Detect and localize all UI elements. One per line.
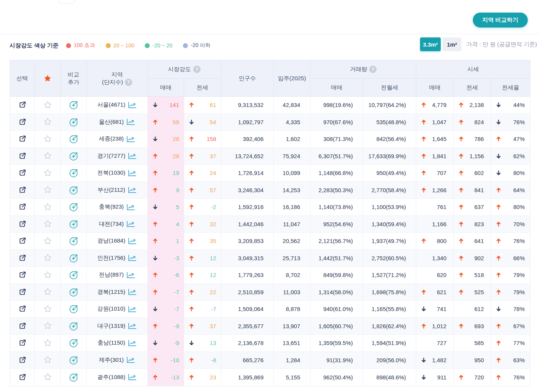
region-link[interactable]: 경기(7277) — [97, 152, 125, 160]
open-region-button[interactable] — [10, 318, 35, 335]
open-region-button[interactable] — [10, 216, 35, 233]
compare-add-button[interactable] — [61, 335, 87, 352]
price-chart-icon[interactable] — [128, 254, 137, 261]
region-link[interactable]: 강원(1010) — [97, 305, 125, 313]
price-chart-icon[interactable] — [126, 272, 135, 279]
region-link[interactable]: 인천(1756) — [97, 254, 125, 262]
movein-value: 20,562 — [283, 238, 300, 244]
region-link[interactable]: 충남(1150) — [97, 339, 125, 347]
price-chart-icon[interactable] — [128, 186, 137, 193]
favorite-star-button[interactable] — [35, 97, 61, 113]
price-chart-icon[interactable] — [126, 204, 135, 211]
compare-add-button[interactable] — [61, 114, 87, 131]
region-link[interactable]: 제주(301) — [99, 356, 124, 364]
open-region-button[interactable] — [10, 199, 35, 215]
region-link[interactable]: 부산(2112) — [97, 186, 125, 194]
favorite-star-button[interactable] — [35, 182, 61, 199]
help-icon[interactable]: ? — [369, 66, 377, 73]
compare-add-button[interactable] — [61, 216, 87, 233]
compare-add-button[interactable] — [61, 267, 87, 283]
down-arrow-icon — [152, 306, 158, 312]
compare-add-button[interactable] — [61, 131, 87, 147]
favorite-star-button[interactable] — [35, 131, 61, 147]
compare-add-button[interactable] — [61, 97, 87, 113]
region-link[interactable]: 울산(681) — [99, 118, 124, 126]
open-region-button[interactable] — [10, 148, 35, 165]
region-link[interactable]: 대전(734) — [99, 220, 124, 228]
unit-1sqm-button[interactable]: 1m² — [443, 37, 461, 51]
price-chart-icon[interactable] — [128, 288, 137, 295]
compare-add-button[interactable] — [61, 182, 87, 199]
price-jeonse-cell: 693 — [454, 318, 491, 335]
volume-sale-value: 849(59.8%) — [323, 272, 353, 278]
price-chart-icon[interactable] — [126, 118, 135, 125]
compare-add-button[interactable] — [61, 165, 87, 181]
favorite-star-button[interactable] — [35, 335, 61, 352]
price-chart-icon[interactable] — [128, 306, 137, 313]
open-region-button[interactable] — [10, 335, 35, 352]
open-region-button[interactable] — [10, 301, 35, 317]
open-region-button[interactable] — [10, 97, 35, 113]
unit-3-3sqm-button[interactable]: 3.3m² — [420, 37, 441, 51]
movein-value: 25,713 — [283, 255, 300, 261]
compare-add-button[interactable] — [61, 250, 87, 267]
region-link[interactable]: 전북(1030) — [97, 169, 125, 177]
region-link[interactable]: 전남(897) — [99, 271, 124, 279]
help-icon[interactable]: ? — [125, 79, 132, 86]
price-chart-icon[interactable] — [126, 220, 135, 227]
region-link[interactable]: 충북(923) — [99, 203, 124, 211]
region-compare-button[interactable]: 지역 비교하기 — [473, 13, 528, 28]
volume-jeonwolse-cell: 1,527(71.2%) — [363, 267, 416, 283]
volume-sale-cell: 308(71.3%) — [310, 131, 363, 147]
help-icon[interactable]: ? — [193, 66, 200, 73]
price-chart-icon[interactable] — [128, 152, 137, 159]
compare-add-button[interactable] — [61, 233, 87, 249]
region-link[interactable]: 세종(238) — [99, 135, 124, 143]
favorite-star-button[interactable] — [35, 267, 61, 283]
favorite-star-button[interactable] — [35, 216, 61, 233]
price-chart-icon[interactable] — [128, 322, 137, 329]
open-region-button[interactable] — [10, 267, 35, 283]
favorite-star-button[interactable] — [35, 199, 61, 215]
price-chart-icon[interactable] — [128, 238, 137, 245]
favorite-star-button[interactable] — [35, 165, 61, 181]
compare-add-button[interactable] — [61, 369, 87, 386]
region-link[interactable]: 서울(4671) — [97, 101, 125, 109]
region-link[interactable]: 경남(1684) — [97, 237, 125, 245]
compare-add-button[interactable] — [61, 352, 87, 369]
compare-add-button[interactable] — [61, 318, 87, 335]
region-link[interactable]: 대구(1319) — [97, 322, 125, 330]
price-chart-icon[interactable] — [126, 356, 135, 363]
open-region-button[interactable] — [10, 131, 35, 147]
price-chart-icon[interactable] — [128, 374, 137, 381]
favorite-star-button[interactable] — [35, 352, 61, 369]
favorite-star-button[interactable] — [35, 114, 61, 131]
favorite-star-button[interactable] — [35, 148, 61, 165]
favorite-star-button[interactable] — [35, 250, 61, 267]
price-chart-icon[interactable] — [126, 136, 135, 143]
open-region-button[interactable] — [10, 284, 35, 301]
favorite-star-button[interactable] — [35, 301, 61, 317]
favorite-star-button[interactable] — [35, 284, 61, 301]
compare-add-button[interactable] — [61, 284, 87, 301]
price-chart-icon[interactable] — [128, 102, 137, 109]
favorite-star-button[interactable] — [35, 233, 61, 249]
volume-sale-cell: 2,121(56.7%) — [310, 233, 363, 249]
favorite-star-button[interactable] — [35, 369, 61, 386]
open-region-button[interactable] — [10, 182, 35, 199]
open-region-button[interactable] — [10, 250, 35, 267]
region-link[interactable]: 광주(1088) — [97, 374, 125, 381]
compare-add-button[interactable] — [61, 199, 87, 215]
open-region-button[interactable] — [10, 369, 35, 386]
region-link[interactable]: 경북(1215) — [97, 288, 125, 296]
open-region-button[interactable] — [10, 114, 35, 131]
open-region-button[interactable] — [10, 352, 35, 369]
compare-add-button[interactable] — [61, 148, 87, 165]
price-chart-icon[interactable] — [128, 340, 137, 347]
favorite-star-button[interactable] — [35, 318, 61, 335]
open-region-button[interactable] — [10, 233, 35, 249]
price-chart-icon[interactable] — [128, 170, 137, 177]
compare-add-button[interactable] — [61, 301, 87, 317]
up-arrow-icon — [458, 255, 464, 261]
open-region-button[interactable] — [10, 165, 35, 181]
